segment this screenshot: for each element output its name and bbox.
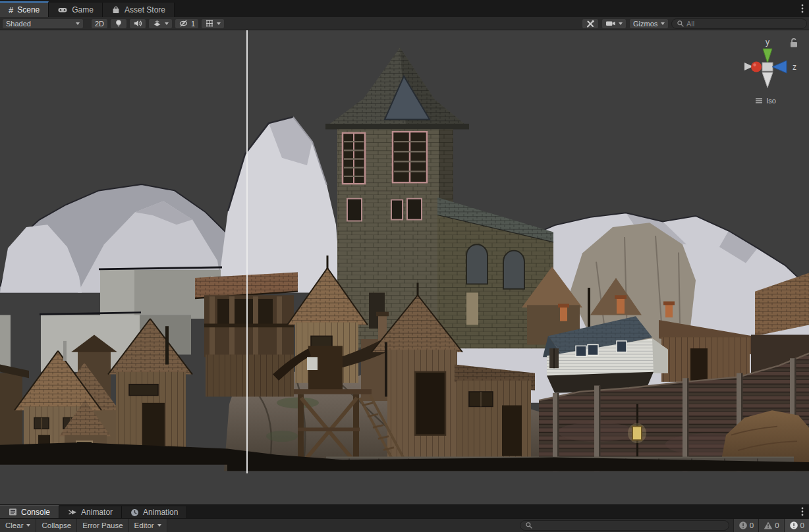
search-icon [677, 20, 684, 28]
chevron-down-icon [26, 524, 30, 527]
scene-lighting-toggle[interactable] [110, 18, 127, 29]
orientation-gizmo[interactable]: y z Iso [729, 33, 802, 105]
animation-clock-icon [130, 508, 139, 517]
axis-x-sphere [751, 62, 762, 72]
gizmo-lock-icon[interactable] [791, 39, 797, 47]
scene-search-input[interactable] [686, 20, 802, 28]
tab-asset-store[interactable]: Asset Store [103, 3, 175, 17]
scene-render [0, 30, 809, 504]
unity-editor-window: # Scene Game Asset Store Shaded 2D [0, 0, 809, 532]
chevron-down-icon [76, 22, 80, 25]
shopping-bag-icon [111, 5, 121, 14]
toggle-2d-label: 2D [95, 20, 104, 28]
tab-animator[interactable]: Animator [59, 506, 122, 518]
error-pause-label: Error Pause [82, 521, 123, 529]
shading-mode-dropdown[interactable]: Shaded [2, 18, 84, 29]
console-menu-kebab-icon[interactable] [796, 504, 809, 518]
scene-viewport[interactable]: y z Iso [0, 30, 809, 504]
tab-scene[interactable]: # Scene [0, 1, 49, 17]
search-icon [525, 521, 533, 529]
scene-camera-dropdown[interactable] [601, 18, 627, 29]
axis-y-cone [763, 49, 772, 63]
error-count: 0 [800, 521, 804, 529]
tab-animation[interactable]: Animation [122, 506, 187, 518]
chevron-down-icon [619, 22, 623, 25]
console-search-input[interactable] [535, 521, 724, 529]
console-icon [9, 508, 17, 516]
tab-console-label: Console [21, 508, 50, 517]
grid-axis-icon [205, 19, 214, 28]
clear-label: Clear [5, 521, 23, 529]
scene-audio-toggle[interactable] [129, 18, 146, 29]
projection-label: Iso [766, 97, 776, 105]
lightbulb-icon [114, 19, 123, 28]
gamepad-icon [57, 6, 68, 14]
tab-asset-store-label: Asset Store [125, 5, 165, 14]
component-tools-button[interactable] [582, 18, 599, 29]
chevron-down-icon [661, 22, 665, 25]
tools-wrench-hammer-icon [586, 19, 595, 28]
speaker-icon [133, 19, 142, 28]
projection-toggle[interactable]: Iso [729, 97, 802, 105]
error-circle-icon [789, 521, 798, 530]
scene-search-field[interactable] [671, 18, 807, 29]
gizmo-center-cube [762, 63, 773, 71]
scene-menu-kebab-icon[interactable] [796, 0, 809, 17]
chevron-down-icon [165, 22, 169, 25]
tab-scene-label: Scene [17, 5, 40, 14]
tab-console[interactable]: Console [0, 505, 59, 518]
warning-count: 0 [775, 521, 779, 529]
tab-game-label: Game [72, 5, 94, 14]
error-pause-button[interactable]: Error Pause [77, 519, 128, 532]
scene-effects-toggle[interactable] [148, 18, 173, 29]
scene-toolbar: Shaded 2D 1 [0, 17, 809, 30]
info-circle-icon [739, 521, 748, 530]
shading-mode-label: Shaded [6, 20, 31, 28]
vertical-marker-line [246, 30, 248, 473]
console-search-field[interactable] [520, 520, 729, 531]
hamburger-icon [755, 97, 763, 104]
tab-animator-label: Animator [81, 508, 113, 517]
tab-game[interactable]: Game [49, 3, 103, 17]
editor-label: Editor [134, 521, 154, 529]
scene-toolbar-right: Gizmos [582, 18, 807, 29]
animator-icon [68, 508, 77, 516]
scene-grid-toggle[interactable] [201, 18, 225, 29]
error-count-toggle[interactable]: 0 [784, 519, 809, 532]
info-count: 0 [750, 521, 754, 529]
gizmos-dropdown[interactable]: Gizmos [629, 18, 669, 29]
axis-z-cone [772, 61, 787, 73]
axis-z-label: z [793, 63, 796, 72]
effects-layers-icon [152, 19, 162, 28]
hidden-count-label: 1 [191, 20, 195, 28]
editor-dropdown[interactable]: Editor [129, 519, 167, 532]
collapse-button[interactable]: Collapse [36, 519, 77, 532]
view-tabbar: # Scene Game Asset Store [0, 0, 809, 17]
warning-triangle-icon [764, 521, 773, 530]
camera-icon [605, 19, 616, 28]
axis-y-label: y [766, 38, 769, 47]
console-toolbar: Clear Collapse Error Pause Editor 0 [0, 518, 809, 532]
clear-button[interactable]: Clear [0, 519, 36, 532]
eye-off-icon [179, 19, 188, 28]
grid-hash-icon: # [9, 5, 13, 15]
warning-count-toggle[interactable]: 0 [758, 519, 783, 532]
collapse-label: Collapse [42, 521, 71, 529]
bottom-tabbar: Console Animator Animation [0, 504, 809, 518]
toggle-2d-button[interactable]: 2D [91, 18, 108, 29]
tab-animation-label: Animation [143, 508, 178, 517]
chevron-down-icon [157, 524, 161, 527]
chevron-down-icon [217, 22, 221, 25]
scene-visibility-toggle[interactable]: 1 [175, 18, 199, 29]
info-count-toggle[interactable]: 0 [733, 519, 758, 532]
axis-cone-south [762, 72, 773, 88]
gizmos-label: Gizmos [633, 20, 657, 28]
